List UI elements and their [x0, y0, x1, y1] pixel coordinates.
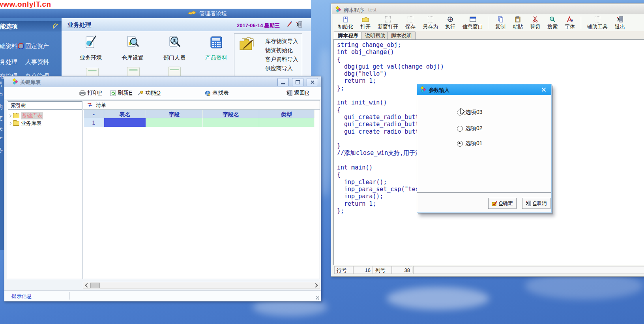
open-new-window-button[interactable]: 新窗打开	[378, 16, 398, 30]
link-supplier-import[interactable]: 供应商导入	[265, 65, 293, 72]
pen-icon[interactable]	[286, 21, 292, 28]
close-button[interactable]	[307, 78, 318, 86]
return-button[interactable]: 返回R	[286, 89, 309, 97]
print-button[interactable]: 打印P	[79, 89, 102, 97]
radio-option-01[interactable]: 选项01	[457, 140, 483, 147]
tab-bar: 脚本程序 说明帮助 脚本说明	[333, 31, 644, 40]
column-header[interactable]: 字段名	[203, 110, 259, 118]
radio-icon[interactable]	[457, 141, 463, 147]
tab-script[interactable]: 脚本程序	[334, 32, 362, 40]
expander-icon[interactable]	[8, 114, 11, 117]
dialog-close-button[interactable]	[541, 86, 547, 93]
sidebar-edge-item[interactable]: 务	[0, 147, 3, 154]
refresh-button[interactable]: 刷新E	[110, 89, 132, 97]
dialog-title: 参数输入	[429, 87, 449, 94]
forum-banner[interactable]: 管理者论坛	[0, 9, 311, 19]
scrollbar-thumb[interactable]	[90, 283, 100, 288]
app-product-data[interactable]: 产品资料	[198, 35, 234, 61]
cancel-door-icon	[526, 201, 531, 206]
dialog-titlebar[interactable]: 参数输入	[417, 84, 551, 95]
ok-button[interactable]: O确定	[488, 198, 517, 209]
link-customer-import[interactable]: 客户资料导入	[265, 56, 298, 63]
key-tables-window: 关键库表 打印P 刷新E	[4, 76, 321, 302]
window-subtitle: test	[368, 7, 376, 13]
font-button[interactable]: 字体	[565, 16, 575, 30]
scroll-right-icon[interactable]	[313, 283, 318, 287]
import-folder-icon	[238, 37, 256, 53]
app-warehouse-setup[interactable]: 仓库设置	[114, 35, 151, 61]
sidebar-edge-item[interactable]: 售	[0, 80, 3, 88]
table-cell[interactable]	[203, 118, 259, 127]
minimize-button[interactable]	[277, 78, 289, 86]
column-header[interactable]: 字段	[146, 110, 203, 118]
selected-cell[interactable]	[104, 118, 146, 127]
window-title: 关键库表	[20, 79, 41, 86]
sidebar-edge-item[interactable]: 产	[0, 136, 3, 143]
quit-button[interactable]: 退出	[615, 16, 625, 30]
window-titlebar[interactable]: 脚本程序 test	[332, 5, 644, 14]
divider	[69, 292, 70, 300]
open-button[interactable]: 打开	[360, 16, 371, 30]
column-header[interactable]: 类型	[259, 110, 315, 118]
sidebar-edge-item[interactable]: 构	[0, 103, 3, 111]
app-department-staff[interactable]: 部门人员	[156, 35, 193, 61]
radio-icon[interactable]	[457, 126, 463, 132]
sidebar-item-business[interactable]: 业务处理	[0, 58, 17, 66]
sidebar-item-hr[interactable]: 人事资料	[25, 58, 49, 66]
status-bar: 提示信息	[4, 290, 321, 301]
sidebar-edge-item[interactable]: 户	[0, 92, 3, 99]
tab-description[interactable]: 脚本说明	[387, 32, 416, 39]
sidebar-item-fixed-assets[interactable]: 固定资产	[25, 43, 49, 50]
table-cell[interactable]	[259, 118, 315, 127]
printer-icon	[79, 90, 86, 96]
handshake-icon	[188, 10, 197, 16]
tree-item-base-tables[interactable]: 基础库表	[9, 112, 43, 119]
maximize-button[interactable]	[292, 78, 303, 86]
copy-button[interactable]: 复制	[495, 16, 505, 30]
expander-icon[interactable]	[8, 121, 11, 125]
editor-status-bar: 行号 16 列号 38	[333, 266, 644, 275]
scroll-left-icon[interactable]	[85, 283, 89, 287]
status-filler	[413, 266, 644, 274]
radio-option-02[interactable]: 选项02	[457, 125, 483, 132]
functions-icon	[138, 91, 144, 96]
search-button[interactable]: 搜索	[547, 16, 558, 30]
app-label: 仓库设置	[114, 54, 151, 61]
partial-icon	[127, 67, 140, 76]
list-title: 清单	[96, 102, 106, 109]
sidebar-item-basic-data[interactable]: 基础资料	[0, 43, 17, 50]
disabled-icon	[408, 16, 413, 23]
content-header: 业务处理 2017-06-14 星期三	[62, 18, 311, 31]
disabled-icon	[428, 16, 433, 23]
column-header[interactable]: 表名	[104, 110, 146, 118]
window-titlebar[interactable]: 关键库表	[4, 76, 321, 88]
row-index-cell[interactable]: 1	[84, 118, 104, 127]
dialog-icon	[420, 86, 427, 93]
warehouse-icon	[125, 35, 140, 50]
sidebar-edge-item[interactable]: 支	[0, 115, 3, 122]
resize-grip[interactable]	[316, 296, 319, 300]
link-inventory-import[interactable]: 库存物资导入	[265, 38, 298, 45]
init-button[interactable]: 初始化	[338, 16, 353, 30]
aux-tools-button[interactable]: 辅助工具	[587, 16, 608, 30]
save-as-button[interactable]: 另存为	[423, 16, 438, 30]
execute-button[interactable]: 执行	[445, 16, 455, 30]
app-business-env[interactable]: 业务环境	[73, 35, 109, 61]
cancel-button[interactable]: C取消	[522, 198, 550, 209]
save-button[interactable]: 保存	[405, 16, 416, 30]
link-material-init[interactable]: 物资初始化	[265, 47, 293, 54]
horizontal-scrollbar[interactable]	[83, 282, 320, 289]
tab-help[interactable]: 说明帮助	[361, 32, 389, 39]
functions-button[interactable]: 功能O	[138, 89, 161, 97]
info-window-button[interactable]: 信息窗口	[462, 16, 483, 30]
execute-icon	[447, 16, 453, 23]
cloud	[387, 287, 489, 310]
column-header[interactable]: -	[84, 110, 104, 118]
find-table-button[interactable]: 查找表	[205, 89, 229, 97]
paste-button[interactable]: 粘贴	[513, 16, 523, 30]
cut-button[interactable]: 剪切	[530, 16, 540, 30]
table-cell[interactable]	[146, 118, 203, 127]
exit-icon[interactable]	[296, 21, 302, 28]
tree-item-business-tables[interactable]: 业务库表	[9, 120, 41, 127]
sidebar-edge-item[interactable]: 来	[0, 125, 3, 133]
